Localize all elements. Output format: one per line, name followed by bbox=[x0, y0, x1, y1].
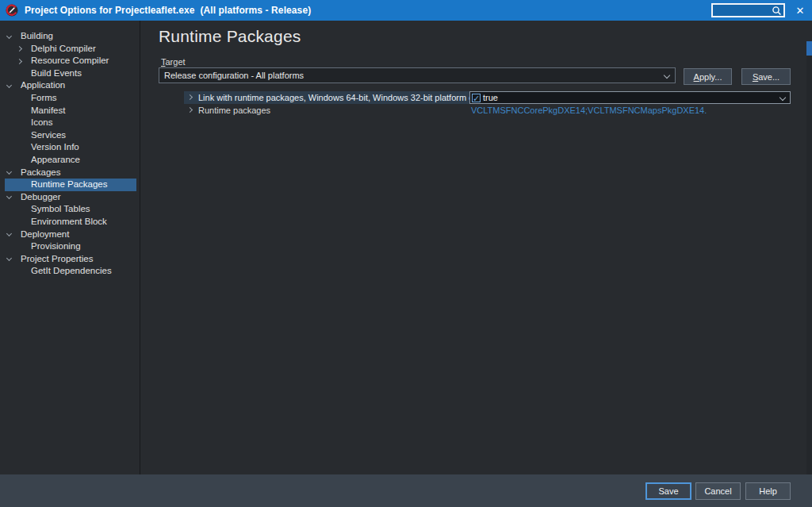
sidebar-item-label: Deployment bbox=[21, 229, 69, 239]
sidebar-item-services[interactable]: Services bbox=[0, 129, 140, 142]
chevron-right-icon[interactable] bbox=[187, 107, 193, 113]
chevron-down-icon[interactable] bbox=[779, 94, 786, 101]
sidebar-item-build-events[interactable]: Build Events bbox=[0, 67, 140, 80]
apply-button[interactable]: Apply... bbox=[684, 68, 732, 85]
scrollbar-thumb[interactable] bbox=[806, 41, 812, 56]
search-icon bbox=[772, 6, 782, 16]
sidebar-item-building[interactable]: Building bbox=[0, 30, 140, 43]
project-options-window: Project Options for Projectleaflet.exe (… bbox=[0, 0, 812, 507]
chevron-down-icon[interactable] bbox=[6, 255, 12, 261]
sidebar-item-label: Debugger bbox=[21, 192, 61, 202]
sidebar-item-manifest[interactable]: Manifest bbox=[0, 105, 140, 117]
sidebar-item-label: GetIt Dependencies bbox=[31, 266, 112, 275]
titlebar-search-input[interactable] bbox=[713, 5, 772, 16]
property-label[interactable]: Link with runtime packages, Windows 64-b… bbox=[184, 91, 469, 104]
app-icon bbox=[6, 4, 18, 17]
sidebar-item-runtime-packages[interactable]: Runtime Packages bbox=[5, 179, 136, 191]
options-sidebar: BuildingDelphi CompilerResource Compiler… bbox=[0, 21, 140, 474]
property-label-text: Runtime packages bbox=[198, 106, 270, 115]
cancel-button[interactable]: Cancel bbox=[695, 482, 741, 500]
sidebar-item-deployment[interactable]: Deployment bbox=[0, 229, 140, 241]
main-pane: Runtime Packages Target Release configur… bbox=[141, 21, 812, 474]
chevron-down-icon[interactable] bbox=[6, 169, 12, 175]
sidebar-item-debugger[interactable]: Debugger bbox=[0, 191, 140, 204]
property-label-text: Link with runtime packages, Windows 64-b… bbox=[198, 93, 469, 102]
sidebar-item-forms[interactable]: Forms bbox=[0, 92, 140, 105]
sidebar-item-label: Packages bbox=[21, 167, 61, 177]
sidebar-item-provisioning[interactable]: Provisioning bbox=[0, 240, 140, 253]
chevron-down-icon[interactable] bbox=[6, 231, 12, 236]
sidebar-item-resource-compiler[interactable]: Resource Compiler bbox=[0, 55, 140, 67]
sidebar-item-label: Version Info bbox=[31, 142, 79, 152]
chevron-down-icon[interactable] bbox=[6, 83, 12, 88]
sidebar-item-getit-dependencies[interactable]: GetIt Dependencies bbox=[0, 265, 140, 278]
sidebar-item-label: Project Properties bbox=[21, 254, 93, 263]
sidebar-item-project-properties[interactable]: Project Properties bbox=[0, 253, 140, 266]
chevron-down-icon bbox=[664, 72, 670, 79]
sidebar-item-symbol-tables[interactable]: Symbol Tables bbox=[0, 203, 140, 216]
help-button[interactable]: Help bbox=[745, 482, 791, 500]
target-configuration-select[interactable]: Release configuration - All platforms bbox=[159, 67, 676, 83]
sidebar-item-icons[interactable]: Icons bbox=[0, 117, 140, 129]
sidebar-item-appearance[interactable]: Appearance bbox=[0, 154, 140, 167]
sidebar-item-label: Building bbox=[21, 31, 53, 40]
vertical-scrollbar[interactable] bbox=[806, 41, 812, 495]
chevron-right-icon[interactable] bbox=[17, 59, 22, 64]
close-icon[interactable]: ✕ bbox=[788, 0, 812, 21]
chevron-right-icon[interactable] bbox=[187, 94, 193, 100]
sidebar-item-delphi-compiler[interactable]: Delphi Compiler bbox=[0, 43, 140, 56]
property-row-link-with-runtime-packages-win[interactable]: Link with runtime packages, Windows 64-b… bbox=[184, 91, 791, 104]
sidebar-item-application[interactable]: Application bbox=[0, 79, 140, 92]
target-configuration-value: Release configuration - All platforms bbox=[164, 71, 304, 80]
sidebar-item-label: Build Events bbox=[31, 68, 82, 78]
sidebar-item-packages[interactable]: Packages bbox=[0, 167, 140, 179]
titlebar-search-box bbox=[711, 3, 785, 17]
sidebar-item-label: Forms bbox=[31, 93, 57, 102]
chevron-down-icon[interactable] bbox=[6, 194, 12, 199]
window-title: Project Options for Projectleaflet.exe (… bbox=[25, 5, 311, 16]
sidebar-item-version-info[interactable]: Version Info bbox=[0, 141, 140, 154]
sidebar-item-label: Appearance bbox=[31, 155, 80, 164]
title-bar: Project Options for Projectleaflet.exe (… bbox=[0, 0, 812, 21]
page-title: Runtime Packages bbox=[159, 27, 301, 46]
sidebar-item-label: Icons bbox=[31, 117, 53, 127]
sidebar-item-label: Application bbox=[21, 80, 65, 90]
save-target-button[interactable]: Save... bbox=[741, 68, 791, 85]
options-tree: BuildingDelphi CompilerResource Compiler… bbox=[0, 21, 140, 278]
target-label: Target bbox=[161, 57, 186, 67]
packages-value-text[interactable]: VCLTMSFNCCorePkgDXE14;VCLTMSFNCMapsPkgDX… bbox=[469, 106, 707, 115]
property-row-runtime-packages[interactable]: Runtime packagesVCLTMSFNCCorePkgDXE14;VC… bbox=[184, 104, 791, 117]
sidebar-item-environment-block[interactable]: Environment Block bbox=[0, 216, 140, 229]
sidebar-item-label: Services bbox=[31, 130, 66, 140]
sidebar-item-label: Manifest bbox=[31, 106, 65, 115]
chevron-down-icon[interactable] bbox=[6, 33, 12, 38]
property-value: VCLTMSFNCCorePkgDXE14;VCLTMSFNCMapsPkgDX… bbox=[469, 104, 791, 117]
property-value: ✓true bbox=[469, 91, 791, 104]
save-button[interactable]: Save bbox=[645, 482, 691, 500]
sidebar-item-label: Symbol Tables bbox=[31, 204, 90, 213]
property-label[interactable]: Runtime packages bbox=[184, 104, 469, 117]
checkbox-checked-icon[interactable]: ✓ bbox=[472, 94, 481, 102]
sidebar-item-label: Delphi Compiler bbox=[31, 44, 96, 53]
boolean-value-combo[interactable]: ✓true bbox=[469, 91, 791, 104]
boolean-value-text: true bbox=[483, 91, 498, 104]
property-grid: Link with runtime packages, Windows 64-b… bbox=[184, 91, 791, 117]
sidebar-item-label: Environment Block bbox=[31, 217, 107, 226]
check-mark-icon: ✓ bbox=[473, 92, 480, 105]
chevron-right-icon[interactable] bbox=[17, 46, 22, 52]
footer-bar: Save Cancel Help bbox=[0, 474, 812, 507]
sidebar-item-label: Resource Compiler bbox=[31, 56, 109, 65]
sidebar-item-label: Runtime Packages bbox=[31, 179, 108, 189]
sidebar-item-label: Provisioning bbox=[31, 241, 81, 251]
